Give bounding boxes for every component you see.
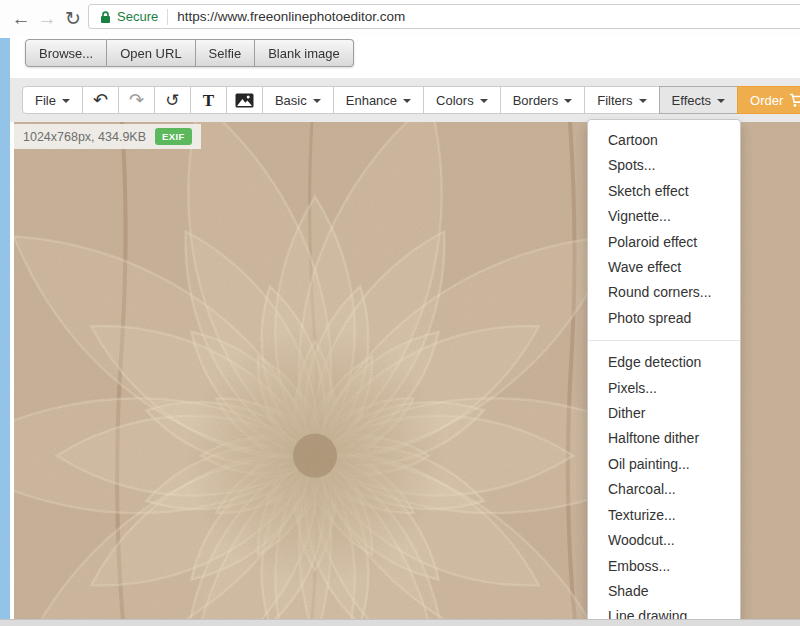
text-tool-icon: T (203, 92, 214, 109)
exif-badge[interactable]: EXIF (155, 128, 192, 145)
bottom-strip (0, 619, 800, 626)
image-icon (235, 93, 254, 108)
filters-menu-button[interactable]: Filters (584, 86, 659, 114)
blank-image-button[interactable]: Blank image (255, 39, 354, 67)
page-content: Browse... Open URL Selfie Blank image Fi… (0, 36, 800, 626)
menu-item-vignette[interactable]: Vignette... (588, 204, 740, 229)
basic-menu-button[interactable]: Basic (262, 86, 334, 114)
menu-item-polaroid-effect[interactable]: Polaroid effect (588, 230, 740, 255)
chevron-down-icon (639, 99, 647, 103)
basic-menu-label: Basic (275, 93, 307, 108)
back-icon[interactable]: ← (8, 9, 34, 28)
undo-button[interactable]: ↶ (82, 86, 119, 114)
lock-icon (100, 10, 111, 24)
open-url-button[interactable]: Open URL (107, 39, 195, 67)
image-info-overlay: 1024x768px, 434.9KB EXIF (14, 124, 201, 149)
redo-icon: ↷ (129, 91, 144, 109)
chevron-down-icon (717, 99, 725, 103)
menu-item-pixels[interactable]: Pixels... (588, 376, 740, 401)
left-accent-strip (0, 38, 10, 626)
chevron-down-icon (313, 99, 321, 103)
forward-icon[interactable]: → (34, 9, 60, 28)
menu-item-photo-spread[interactable]: Photo spread (588, 306, 740, 331)
order-button[interactable]: Order (737, 86, 800, 114)
filters-menu-label: Filters (597, 93, 632, 108)
browser-nav-icons: ← → ↻ (8, 0, 86, 36)
borders-menu-label: Borders (513, 93, 559, 108)
enhance-menu-label: Enhance (346, 93, 397, 108)
chevron-down-icon (403, 99, 411, 103)
menu-item-halftone-dither[interactable]: Halftone dither (588, 426, 740, 451)
effects-menu-button[interactable]: Effects (659, 86, 739, 114)
rotate-button[interactable]: ↺ (154, 86, 191, 114)
menu-item-charcoal[interactable]: Charcoal... (588, 477, 740, 502)
colors-menu-button[interactable]: Colors (423, 86, 501, 114)
browse-button[interactable]: Browse... (25, 39, 107, 67)
file-menu-label: File (35, 93, 56, 108)
browser-chrome: ← → ↻ Secure https://www.freeonlinephoto… (0, 0, 800, 36)
menu-item-oil-painting[interactable]: Oil painting... (588, 452, 740, 477)
menu-item-spots[interactable]: Spots... (588, 153, 740, 178)
toolbar-button-group: File ↶ ↷ ↺ T (22, 86, 800, 114)
effects-dropdown-menu: Cartoon Spots... Sketch effect Vignette.… (587, 119, 741, 626)
insert-image-button[interactable] (226, 86, 263, 114)
menu-separator (588, 340, 740, 341)
menu-item-texturize[interactable]: Texturize... (588, 503, 740, 528)
menu-item-dither[interactable]: Dither (588, 401, 740, 426)
rotate-ccw-icon: ↺ (165, 92, 179, 109)
menu-item-edge-detection[interactable]: Edge detection (588, 350, 740, 375)
menu-item-shade[interactable]: Shade (588, 579, 740, 604)
text-tool-button[interactable]: T (190, 86, 227, 114)
menu-item-cartoon[interactable]: Cartoon (588, 128, 740, 153)
enhance-menu-button[interactable]: Enhance (333, 86, 424, 114)
file-menu-button[interactable]: File (22, 86, 83, 114)
effects-menu-label: Effects (672, 93, 712, 108)
secure-label: Secure (117, 9, 158, 24)
menu-item-sketch-effect[interactable]: Sketch effect (588, 179, 740, 204)
cart-icon (789, 93, 800, 108)
colors-menu-label: Colors (436, 93, 474, 108)
menu-item-emboss[interactable]: Emboss... (588, 554, 740, 579)
redo-button[interactable]: ↷ (118, 86, 155, 114)
undo-icon: ↶ (93, 91, 108, 109)
menu-item-round-corners[interactable]: Round corners... (588, 280, 740, 305)
screen: ← → ↻ Secure https://www.freeonlinephoto… (0, 0, 800, 626)
menu-item-woodcut[interactable]: Woodcut... (588, 528, 740, 553)
address-separator (167, 9, 168, 25)
image-meta-text: 1024x768px, 434.9KB (23, 130, 146, 144)
order-label: Order (750, 93, 783, 108)
borders-menu-button[interactable]: Borders (500, 86, 586, 114)
chevron-down-icon (564, 99, 572, 103)
address-bar[interactable]: Secure https://www.freeonlinephotoeditor… (88, 4, 800, 29)
chevron-down-icon (62, 99, 70, 103)
menu-item-wave-effect[interactable]: Wave effect (588, 255, 740, 280)
editor-toolbar: File ↶ ↷ ↺ T (10, 78, 800, 122)
url-text[interactable]: https://www.freeonlinephotoeditor.com (177, 9, 405, 24)
upload-button-group: Browse... Open URL Selfie Blank image (25, 39, 354, 67)
chevron-down-icon (480, 99, 488, 103)
selfie-button[interactable]: Selfie (196, 39, 256, 67)
reload-icon[interactable]: ↻ (60, 9, 86, 28)
